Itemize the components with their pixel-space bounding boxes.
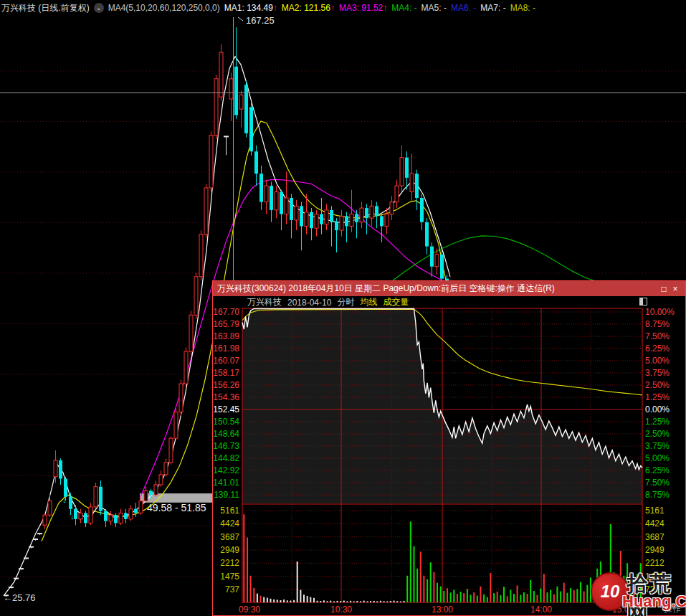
- svg-text:10:30: 10:30: [330, 605, 352, 615]
- ma-value: MA8: -: [510, 3, 535, 13]
- svg-text:7.50%: 7.50%: [645, 478, 670, 488]
- svg-text:1.25%: 1.25%: [645, 417, 670, 427]
- intraday-subtitle: 万兴科技 2018-04-10 分时 均线 成交量: [213, 296, 685, 308]
- svg-text:150.54: 150.54: [213, 417, 239, 427]
- svg-text:152.45: 152.45: [213, 404, 239, 414]
- svg-text:↓: ↓: [70, 512, 75, 521]
- svg-text:8.75%: 8.75%: [645, 319, 670, 329]
- svg-text:154.36: 154.36: [213, 392, 239, 402]
- svg-text:167.25: 167.25: [246, 15, 275, 26]
- intraday-chart: 167.70165.79163.89161.98160.07158.17156.…: [213, 296, 685, 615]
- svg-text:↓: ↓: [62, 496, 67, 504]
- tdx-screen: 万兴科技 (日线.前复权) ⌄ MA4(5,10,20,60,120,250,0…: [0, 0, 686, 616]
- watermark: 10 拾荒网 Huang.CN: [591, 571, 686, 616]
- svg-text:6.25%: 6.25%: [645, 465, 670, 475]
- svg-text:160.07: 160.07: [213, 356, 239, 366]
- svg-text:1475: 1475: [220, 572, 239, 582]
- svg-text:2949: 2949: [645, 545, 664, 555]
- svg-text:2949: 2949: [220, 545, 239, 555]
- svg-text:167.70: 167.70: [213, 307, 239, 317]
- svg-text:146.73: 146.73: [213, 441, 239, 451]
- svg-text:6.25%: 6.25%: [645, 343, 670, 354]
- symbol-label: 万兴科技 (日线.前复权): [1, 2, 90, 14]
- maximize-button[interactable]: □: [658, 284, 670, 294]
- ma-value: MA1: 134.49↑: [224, 3, 277, 13]
- svg-text:2212: 2212: [220, 558, 239, 568]
- svg-text:163.89: 163.89: [213, 331, 239, 341]
- svg-text:13:00: 13:00: [432, 605, 453, 615]
- svg-text:142.92: 142.92: [213, 465, 239, 475]
- svg-text:1.25%: 1.25%: [645, 392, 670, 402]
- ma-value: MA4: -: [391, 3, 416, 13]
- svg-text:144.82: 144.82: [213, 453, 239, 463]
- chart-type-label: 分时: [337, 296, 354, 308]
- svg-text:737: 737: [225, 584, 239, 594]
- indicator-bar: 万兴科技 (日线.前复权) ⌄ MA4(5,10,20,60,120,250,0…: [0, 0, 686, 16]
- svg-text:148.64: 148.64: [213, 429, 239, 439]
- svg-text:5.00%: 5.00%: [645, 356, 670, 366]
- volume-legend: 成交量: [383, 296, 409, 308]
- ma-indicator-label: MA4(5,10,20,60,120,250,0,0): [108, 3, 220, 13]
- svg-text:3.75%: 3.75%: [645, 368, 670, 378]
- svg-text:139.11: 139.11: [214, 490, 239, 500]
- popup-title: 万兴科技(300624) 2018年04月10日 星期二 PageUp/Down…: [217, 283, 658, 295]
- ma-value: MA6: -: [451, 3, 476, 13]
- svg-text:3687: 3687: [645, 532, 664, 542]
- svg-text:09:30: 09:30: [239, 605, 260, 615]
- svg-text:5161: 5161: [645, 506, 664, 516]
- svg-text:3.75%: 3.75%: [645, 441, 670, 451]
- svg-text:2212: 2212: [645, 558, 664, 568]
- intraday-popup-window[interactable]: 万兴科技(300624) 2018年04月10日 星期二 PageUp/Down…: [212, 280, 686, 616]
- popup-titlebar[interactable]: 万兴科技(300624) 2018年04月10日 星期二 PageUp/Down…: [213, 281, 685, 296]
- svg-text:141.01: 141.01: [213, 478, 239, 488]
- svg-text:5161: 5161: [220, 506, 239, 516]
- svg-text:4424: 4424: [220, 518, 239, 529]
- ma-value: MA5: -: [421, 3, 447, 13]
- svg-text:5.00%: 5.00%: [645, 453, 670, 463]
- stock-name: 万兴科技: [247, 296, 282, 308]
- svg-text:←25.76: ←25.76: [3, 592, 36, 603]
- ma-values: MA1: 134.49↑MA2: 121.56↑MA3: 91.52↑MA4: …: [224, 3, 540, 13]
- popup-body: 万兴科技 2018-04-10 分时 均线 成交量 167.70165.7916…: [213, 296, 685, 615]
- svg-text:0.00%: 0.00%: [645, 404, 670, 414]
- chart-date: 2018-04-10: [287, 298, 331, 308]
- ma-value: MA2: 121.56↑: [282, 3, 335, 13]
- svg-text:161.98: 161.98: [213, 343, 239, 354]
- svg-text:2.50%: 2.50%: [645, 429, 670, 439]
- ma-value: MA3: 91.52↑: [339, 3, 387, 13]
- crosshair: [0, 17, 686, 280]
- ma-value: MA7: -: [480, 3, 505, 13]
- svg-text:158.17: 158.17: [213, 368, 239, 378]
- watermark-domain: Huang.CN: [622, 592, 686, 611]
- svg-text:4424: 4424: [645, 518, 664, 529]
- svg-text:49.58 - 51.85: 49.58 - 51.85: [147, 502, 206, 513]
- close-button[interactable]: ×: [670, 284, 681, 294]
- svg-text:14:00: 14:00: [530, 605, 552, 615]
- svg-text:7.50%: 7.50%: [645, 331, 670, 341]
- svg-text:165.79: 165.79: [213, 319, 239, 329]
- svg-text:8.75%: 8.75%: [645, 490, 670, 500]
- svg-text:3687: 3687: [220, 532, 239, 542]
- chevron-down-icon[interactable]: ⌄: [94, 3, 104, 13]
- svg-text:10.00%: 10.00%: [645, 307, 675, 317]
- svg-text:2.50%: 2.50%: [645, 380, 670, 390]
- avg-line-legend: 均线: [360, 296, 377, 308]
- svg-text:156.26: 156.26: [213, 380, 239, 390]
